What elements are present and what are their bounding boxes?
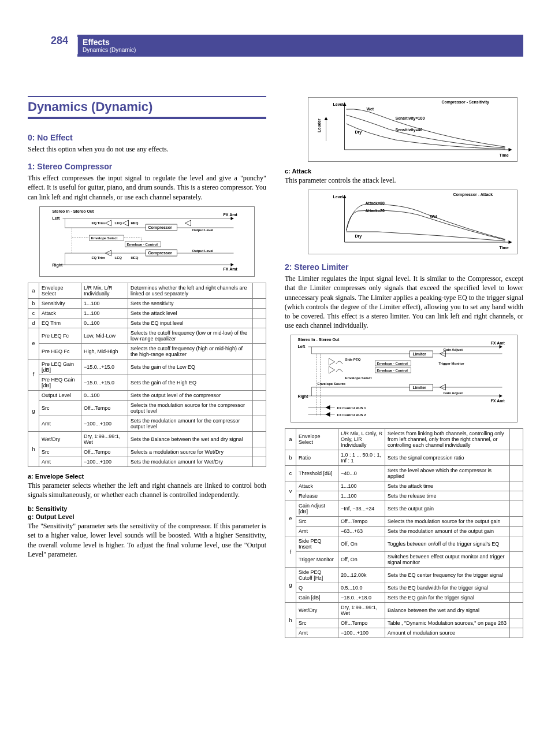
table-param-desc: Determines whether the left and right ch… [128,283,253,298]
svg-marker-8 [106,220,111,226]
table-param-name: Gain [dB] [296,593,338,603]
header-subtitle: Dynamics (Dynamic) [83,47,136,53]
table-trail [253,283,266,298]
table-param-range: Low, Mid-Low [81,328,128,343]
svg-text:Envelope Select: Envelope Select [345,376,372,380]
svg-text:FX Amt: FX Amt [491,341,505,345]
table-param-name: Wet/Dry [296,603,338,618]
table-trail [510,568,523,583]
table-trail [253,343,266,359]
table-param-name: Wet/Dry [39,431,81,447]
table-idx: h [28,431,39,466]
svg-text:FX Amt: FX Amt [491,399,505,403]
table-idx: e [285,501,296,536]
table-idx: g [285,568,296,603]
table-trail [510,517,523,527]
block-diagram-limiter: Stereo In - Stereo Out Left FX Amt Limit… [291,335,518,423]
table-trail [510,429,523,450]
svg-marker-3 [231,217,234,220]
table-param-range: 1...100 [81,308,128,318]
table-idx: c [28,308,39,318]
svg-text:Compressor: Compressor [148,251,173,255]
table-param-name: Src [296,618,338,628]
table-param-desc: Sets the modulation amount for Wet/Dry [128,457,253,466]
table-param-desc: Sets the Balance between the wet and dry… [128,431,253,447]
table-param-range: Off, On [338,536,385,552]
table-param-range: 1...100 [81,298,128,308]
svg-marker-90 [500,394,502,398]
table-idx: f [285,536,296,568]
table-param-name: Pre HEQ Fc [39,343,81,359]
graph-sensitivity: Compressor - Sensitivity Level Time Loud… [308,97,518,162]
svg-marker-56 [509,240,512,244]
table-param-name: Q [296,583,338,593]
table-idx: v [285,481,296,501]
table-param-desc: Selects the cutoff frequency (low or mid… [128,328,253,343]
table-param-name: Src [296,517,338,527]
svg-text:EQ Trim: EQ Trim [92,256,105,260]
svg-text:Stereo In - Stereo Out: Stereo In - Stereo Out [53,209,95,213]
table-trail [253,416,266,431]
table-param-name: Envelope Select [39,283,81,298]
svg-text:Compressor: Compressor [148,225,173,230]
svg-text:Dry: Dry [355,130,362,135]
table-param-range: Dry, 1:99...99:1, Wet [81,431,128,447]
table-param-range: Off, On [338,552,385,568]
svg-text:Envelope - Control: Envelope - Control [377,362,408,365]
svg-text:FX Amt: FX Amt [224,267,238,271]
table-param-desc: Switches between effect output monitor a… [385,552,510,568]
table-param-desc: Selects the modulation source for the ou… [385,517,510,527]
table-param-desc: Selects from linking both channels, cont… [385,429,510,450]
svg-marker-42 [509,148,512,151]
svg-marker-99 [326,412,330,417]
table-param-desc: Selects the cutoff frequency (high or mi… [128,343,253,359]
svg-text:Right: Right [53,263,64,268]
param-a-body: This parameter selects whether the left … [28,481,266,499]
table-param-desc: Sets the gain of the High EQ [128,375,253,390]
svg-text:Gain Adjust: Gain Adjust [444,391,463,395]
table-idx: g [28,390,39,431]
svg-text:Envelope - Control: Envelope - Control [127,243,158,246]
svg-marker-10 [123,220,129,226]
page: 284 Effects Dynamics (Dynamic) Dynamics … [0,0,551,756]
svg-marker-77 [329,358,335,365]
svg-text:FX Amt: FX Amt [224,213,238,217]
table-param-name: Ratio [296,450,338,466]
table-param-desc: Sets the EQ bandwidth for the trigger si… [385,583,510,593]
graph-attack: Compressor - Attack Level Time Attack=80… [308,190,518,254]
table-param-desc: Selects a modulation source for Wet/Dry [128,447,253,457]
table-trail [253,400,266,416]
table-trail [510,536,523,552]
table-param-range: 1.0 : 1 ... 50.0 : 1, Inf : 1 [338,450,385,466]
param-a-label: a: Envelope Select [28,473,266,480]
table-param-desc: Sets the gain of the Low EQ [128,359,253,375]
svg-text:Compressor - Attack: Compressor - Attack [453,192,493,197]
table-trail [510,583,523,593]
table-param-name: Side PEQ Cutoff [Hz] [296,568,338,583]
table-param-desc: Sets the output gain [385,501,510,517]
table-param-name: Side PEQ Insert [296,536,338,552]
table-idx: c [285,466,296,481]
svg-text:Stereo In - Stereo Out: Stereo In - Stereo Out [298,338,340,342]
svg-text:Wet: Wet [367,107,374,111]
table-param-name: EQ Trim [39,318,81,328]
body-2: The Limiter regulates the input signal l… [285,274,523,330]
table-param-range: −100...+100 [338,628,385,638]
section-title: Dynamics (Dynamic) [28,96,266,119]
body-1: This effect compresses the input signal … [28,173,266,202]
right-column: Compressor - Sensitivity Level Time Loud… [285,96,523,643]
table-param-name: Gain Adjust [dB] [296,501,338,517]
table-trail [510,552,523,568]
table-trail [253,457,266,466]
table-param-name: Attack [39,308,81,318]
table-param-range: −100...+100 [81,457,128,466]
table-param-name: Release [296,491,338,501]
svg-text:Sensitivity=100: Sensitivity=100 [396,116,425,121]
svg-text:Trigger Monitor: Trigger Monitor [439,362,465,365]
svg-text:FX Control BUS 2: FX Control BUS 2 [337,413,367,417]
table-param-desc: Sets the attack time [385,481,510,491]
table-param-name: Pre LEQ Fc [39,328,81,343]
header-title: Effects [83,38,136,47]
table-param-range: Off...Tempo [81,447,128,457]
table-param-range: −15.0...+15.0 [81,375,128,390]
